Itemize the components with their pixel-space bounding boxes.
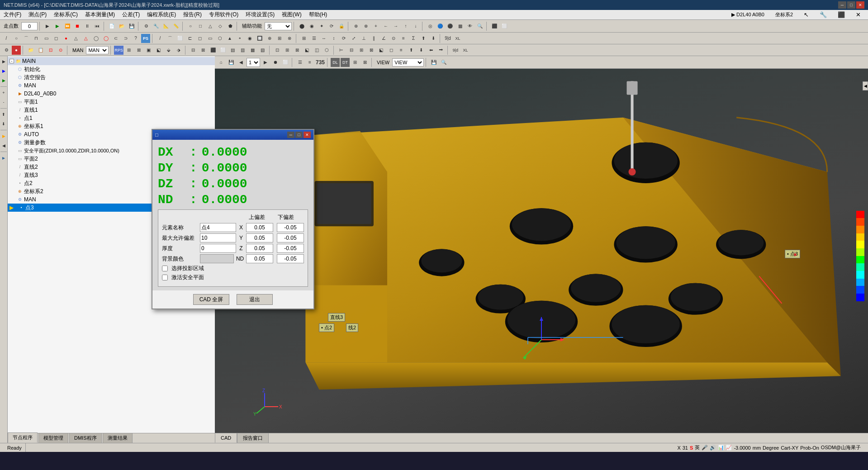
dim1[interactable]: 9|d — [443, 34, 452, 43]
geom5-btn[interactable]: ⬟ — [226, 22, 235, 31]
tab-results[interactable]: 测量结果 — [103, 433, 133, 443]
tb3-stop[interactable]: ● — [12, 46, 21, 55]
dialog-minimize[interactable]: ─ — [287, 132, 294, 138]
run-button[interactable]: ▶ — [43, 22, 52, 31]
back-button[interactable]: ⏮ — [93, 22, 102, 31]
tb3-31[interactable]: ⊞ — [357, 46, 366, 55]
tb3-19[interactable]: ▤ — [228, 46, 237, 55]
vp-save[interactable]: 💾 — [227, 58, 236, 67]
tree-expand-main[interactable]: - — [9, 59, 14, 63]
tol13[interactable]: ⬆ — [419, 34, 428, 43]
probe-icon-btn[interactable]: ⚙ — [142, 22, 151, 31]
tb3-10[interactable]: ⊠ — [134, 46, 143, 55]
probe2-btn[interactable]: 🔧 — [152, 22, 161, 31]
maximize-icon2[interactable]: ⬛ — [834, 10, 849, 19]
btn-exit[interactable]: 退出 — [237, 294, 273, 305]
step-button[interactable]: ⏩ — [63, 22, 72, 31]
tb3-36[interactable]: ⬆ — [407, 46, 416, 55]
tb3-40[interactable]: 9|d — [451, 46, 460, 55]
new-btn[interactable]: 📄 — [107, 22, 116, 31]
vptab-cad[interactable]: CAD — [215, 433, 237, 443]
tb3-37[interactable]: ⬇ — [417, 46, 426, 55]
menu-env[interactable]: 环境设置(S) — [242, 10, 278, 19]
tb3-5[interactable]: ⊡ — [46, 46, 55, 55]
icon-h[interactable]: + — [371, 22, 380, 31]
geom1-btn[interactable]: ○ — [186, 22, 195, 31]
tb3-16[interactable]: ⊠ — [199, 46, 208, 55]
vp-icon4[interactable]: DT — [341, 58, 350, 67]
tree-item-man1[interactable]: ⚙ MAN — [8, 81, 222, 90]
checkbox-projection[interactable] — [162, 266, 168, 271]
tb3-4[interactable]: 📋 — [36, 46, 45, 55]
tab-nodeprog[interactable]: 节点程序 — [8, 432, 38, 443]
dialog[interactable]: □ ─ □ ✕ DX : 0.0000 DY : 0.0000 DZ : — [152, 129, 314, 309]
form-lower-z[interactable] — [277, 244, 304, 253]
tol6[interactable]: ⤢ — [349, 34, 358, 43]
tb3-1[interactable]: ⚙ — [2, 46, 11, 55]
menu-special[interactable]: 专用软件(O) — [205, 10, 242, 19]
icon-l[interactable]: ↓ — [411, 22, 420, 31]
icon-d[interactable]: ⟳ — [327, 22, 336, 31]
tb3-9[interactable]: ⊞ — [124, 46, 133, 55]
form-input-maxdev[interactable] — [200, 233, 236, 242]
dialog-maximize[interactable]: □ — [295, 132, 303, 138]
meas3[interactable]: ⬜ — [175, 34, 185, 43]
vp-num-select[interactable]: 1 — [247, 58, 260, 67]
vp-save2[interactable]: 💾 — [429, 58, 438, 67]
tol9[interactable]: ∠ — [379, 34, 388, 43]
lpt-btn9[interactable]: ◀ — [0, 141, 7, 150]
icon-f[interactable]: ⊕ — [351, 22, 360, 31]
tree-item-clearreport[interactable]: ⬡ 清空报告 — [8, 73, 222, 81]
tb3-14[interactable]: ⬗ — [174, 46, 183, 55]
menu-help[interactable]: 帮助(H) — [305, 10, 331, 19]
tb3-39[interactable]: ⮕ — [436, 46, 446, 55]
draw2[interactable]: ○ — [12, 34, 21, 43]
tb3-20[interactable]: ▥ — [238, 46, 247, 55]
vp-prev[interactable]: ◀ — [237, 58, 246, 67]
meas8[interactable]: ▲ — [225, 34, 234, 43]
icon-n[interactable]: 🔵 — [436, 22, 445, 31]
checkbox-safeplane[interactable] — [162, 275, 168, 280]
meas11[interactable]: 🔲 — [255, 34, 264, 43]
lpt-btn5[interactable]: - — [0, 98, 7, 107]
tb3-34[interactable]: ◻ — [387, 46, 396, 55]
lpt-btn4[interactable]: + — [0, 88, 7, 97]
close-icon2[interactable]: ✕ — [852, 10, 864, 19]
icon-p[interactable]: ▩ — [455, 22, 465, 31]
tb3-23[interactable]: ⊡ — [273, 46, 282, 55]
form-upper-y[interactable] — [246, 233, 273, 242]
draw13[interactable]: ⊃ — [121, 34, 130, 43]
vp-icon1[interactable]: ☰ — [295, 58, 304, 67]
menu-program[interactable]: 编程系统(E) — [143, 10, 180, 19]
icon-r[interactable]: 🔍 — [475, 22, 484, 31]
tb3-11[interactable]: ▣ — [144, 46, 153, 55]
tol8[interactable]: ∥ — [369, 34, 378, 43]
maximize-button[interactable]: □ — [847, 1, 855, 9]
icon-t[interactable]: ⬜ — [500, 22, 509, 31]
tb3-18[interactable]: ⬜ — [218, 46, 228, 55]
icon-a[interactable]: ⬤ — [297, 22, 306, 31]
draw1[interactable]: / — [2, 34, 11, 43]
icon-b[interactable]: ◉ — [307, 22, 316, 31]
dialog-titlebar[interactable]: □ ─ □ ✕ — [152, 130, 313, 140]
tb3-33[interactable]: ⬕ — [377, 46, 386, 55]
tree-item-point1[interactable]: • 点1 — [8, 114, 222, 122]
tb3-30[interactable]: ⊟ — [347, 46, 356, 55]
tb3-35[interactable]: ≡ — [397, 46, 406, 55]
tb3-21[interactable]: ▦ — [248, 46, 257, 55]
tree-item-d2l40[interactable]: ▶ D2L40_A0B0 — [8, 90, 222, 98]
tb3-24[interactable]: ⊞ — [283, 46, 292, 55]
tab-dmis[interactable]: DMIS程序 — [69, 433, 102, 443]
stop-button[interactable]: ⏹ — [73, 22, 82, 31]
icon-m[interactable]: ◎ — [426, 22, 435, 31]
tol12[interactable]: Σ — [409, 34, 418, 43]
form-input-name[interactable] — [200, 223, 236, 232]
tol11[interactable]: ≡ — [399, 34, 408, 43]
geom2-btn[interactable]: □ — [196, 22, 205, 31]
minimize-button[interactable]: ─ — [838, 1, 846, 9]
meas1[interactable]: / — [156, 34, 165, 43]
tb3-25[interactable]: ⊠ — [293, 46, 302, 55]
menu-probe[interactable]: 测点(P) — [25, 10, 50, 19]
tol3[interactable]: ↔ — [319, 34, 328, 43]
tb3-38[interactable]: ⬅ — [427, 46, 436, 55]
